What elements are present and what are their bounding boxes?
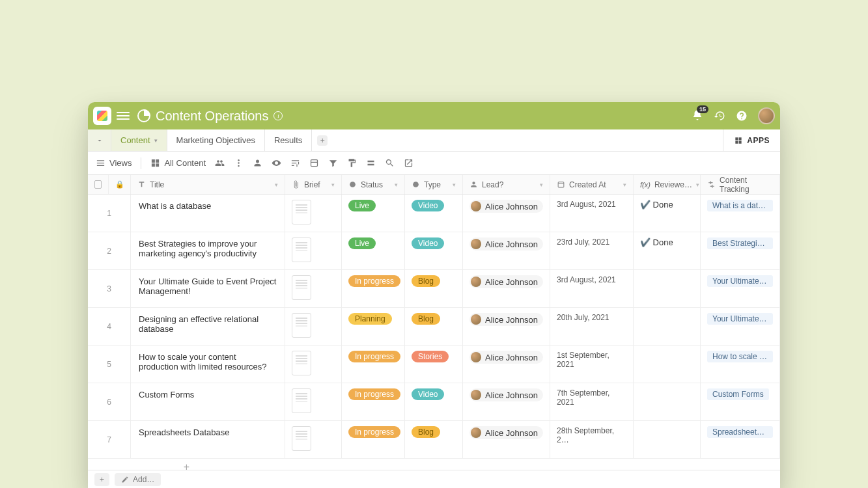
column-reviewed[interactable]: f(x) Reviewe…▾ xyxy=(634,175,701,194)
brief-cell[interactable] xyxy=(285,270,342,307)
status-cell[interactable]: Live xyxy=(342,195,405,232)
lead-cell[interactable]: Alice Johnson xyxy=(463,346,550,383)
date-cell[interactable]: 7th September, 2021 xyxy=(550,383,634,420)
status-cell[interactable]: In progress xyxy=(342,421,405,458)
lead-cell[interactable]: Alice Johnson xyxy=(463,195,550,232)
lead-cell[interactable]: Alice Johnson xyxy=(463,383,550,420)
notifications-button[interactable]: 15 xyxy=(692,109,703,123)
expand-tabs-button[interactable] xyxy=(88,129,111,151)
review-cell[interactable] xyxy=(634,383,701,420)
title-cell[interactable]: What is a database xyxy=(131,195,285,232)
column-brief[interactable]: Brief▾ xyxy=(285,175,342,194)
brief-cell[interactable] xyxy=(285,421,342,458)
user-avatar[interactable] xyxy=(758,107,775,124)
people-icon[interactable] xyxy=(253,158,262,168)
review-cell[interactable]: ✔️ Done xyxy=(634,195,701,232)
history-icon[interactable] xyxy=(714,110,725,122)
table-row[interactable]: 2 Best Strategies to improve your market… xyxy=(88,232,780,270)
paint-icon[interactable] xyxy=(347,158,357,168)
review-cell[interactable] xyxy=(634,421,701,458)
column-created[interactable]: Created At▾ xyxy=(550,175,634,194)
title-cell[interactable]: Best Strategies to improve your marketin… xyxy=(131,232,285,269)
column-status[interactable]: Status▾ xyxy=(342,175,405,194)
layout-icon[interactable] xyxy=(309,158,319,168)
current-view[interactable]: All Content xyxy=(150,158,206,168)
add-tab-button[interactable]: + xyxy=(312,129,333,151)
tracking-cell[interactable]: Spreadsheets Data… xyxy=(701,421,780,458)
table-row[interactable]: 1 What is a database Live Video Alice Jo… xyxy=(88,195,780,232)
brief-cell[interactable] xyxy=(285,232,342,269)
title-cell[interactable]: How to scale your content production wit… xyxy=(131,346,285,383)
column-tracking[interactable]: Content Tracking xyxy=(701,175,780,194)
more-icon[interactable] xyxy=(234,158,244,168)
type-cell[interactable]: Stories xyxy=(405,346,463,383)
type-cell[interactable]: Video xyxy=(405,195,463,232)
date-cell[interactable]: 1st September, 2021 xyxy=(550,346,634,383)
add-row-bar[interactable]: + xyxy=(88,459,780,470)
brief-cell[interactable] xyxy=(285,346,342,383)
brief-cell[interactable] xyxy=(285,383,342,420)
lead-cell[interactable]: Alice Johnson xyxy=(463,270,550,307)
status-cell[interactable]: In progress xyxy=(342,270,405,307)
tracking-cell[interactable]: Your Ultimate Guid… xyxy=(701,270,780,307)
brief-cell[interactable] xyxy=(285,308,342,345)
share-icon[interactable] xyxy=(215,158,225,168)
type-cell[interactable]: Blog xyxy=(405,421,463,458)
table-row[interactable]: 7 Spreadsheets Database In progress Blog… xyxy=(88,421,780,459)
tracking-cell[interactable]: What is a database xyxy=(701,195,780,232)
menu-icon[interactable] xyxy=(117,112,130,120)
export-icon[interactable] xyxy=(404,158,413,168)
tracking-cell[interactable]: Your Ultimate Guid… xyxy=(701,308,780,345)
title-cell[interactable]: Spreadsheets Database xyxy=(131,421,285,458)
app-logo[interactable] xyxy=(93,107,111,125)
help-icon[interactable] xyxy=(736,110,748,122)
tab-results[interactable]: Results xyxy=(265,129,312,151)
footer-add-menu[interactable]: Add… xyxy=(115,473,161,486)
title-cell[interactable]: Your Ultimate Guide to Event Project Man… xyxy=(131,270,285,307)
tracking-cell[interactable]: How to scale your … xyxy=(701,346,780,383)
date-cell[interactable]: 3rd August, 2021 xyxy=(550,270,634,307)
lock-column[interactable]: 🔒 xyxy=(109,175,131,194)
review-cell[interactable]: ✔️ Done xyxy=(634,232,701,269)
column-lead[interactable]: Lead?▾ xyxy=(463,175,550,194)
table-row[interactable]: 4 Designing an effective relational data… xyxy=(88,308,780,346)
status-cell[interactable]: Live xyxy=(342,232,405,269)
tracking-cell[interactable]: Custom Forms xyxy=(701,383,780,420)
lead-cell[interactable]: Alice Johnson xyxy=(463,421,550,458)
lead-cell[interactable]: Alice Johnson xyxy=(463,308,550,345)
tab-content[interactable]: Content▾ xyxy=(111,129,167,151)
info-icon[interactable]: i xyxy=(273,111,283,120)
column-title[interactable]: Title▾ xyxy=(131,175,285,194)
status-cell[interactable]: Planning xyxy=(342,308,405,345)
type-cell[interactable]: Video xyxy=(405,232,463,269)
review-cell[interactable] xyxy=(634,346,701,383)
column-type[interactable]: Type▾ xyxy=(405,175,463,194)
table-row[interactable]: 5 How to scale your content production w… xyxy=(88,346,780,383)
lead-cell[interactable]: Alice Johnson xyxy=(463,232,550,269)
settings-icon[interactable] xyxy=(290,158,300,168)
title-cell[interactable]: Custom Forms xyxy=(131,383,285,420)
review-cell[interactable] xyxy=(634,308,701,345)
date-cell[interactable]: 23rd July, 2021 xyxy=(550,232,634,269)
search-icon[interactable] xyxy=(385,158,395,168)
select-all-checkbox[interactable] xyxy=(88,175,109,194)
filter-icon[interactable] xyxy=(328,158,338,168)
apps-button[interactable]: APPS xyxy=(723,129,780,151)
type-cell[interactable]: Video xyxy=(405,383,463,420)
status-cell[interactable]: In progress xyxy=(342,346,405,383)
review-cell[interactable] xyxy=(634,270,701,307)
table-row[interactable]: 3 Your Ultimate Guide to Event Project M… xyxy=(88,270,780,308)
tracking-cell[interactable]: Best Strategies to i… xyxy=(701,232,780,269)
status-cell[interactable]: In progress xyxy=(342,383,405,420)
footer-add-button[interactable]: + xyxy=(94,473,109,486)
brief-cell[interactable] xyxy=(285,195,342,232)
date-cell[interactable]: 20th July, 2021 xyxy=(550,308,634,345)
views-menu[interactable]: Views xyxy=(96,158,132,168)
type-cell[interactable]: Blog xyxy=(405,308,463,345)
date-cell[interactable]: 28th September, 2… xyxy=(550,421,634,458)
date-cell[interactable]: 3rd August, 2021 xyxy=(550,195,634,232)
visibility-icon[interactable] xyxy=(272,158,281,168)
type-cell[interactable]: Blog xyxy=(405,270,463,307)
table-row[interactable]: 6 Custom Forms In progress Video Alice J… xyxy=(88,383,780,421)
tab-marketing-objectives[interactable]: Marketing Objectives xyxy=(167,129,265,151)
